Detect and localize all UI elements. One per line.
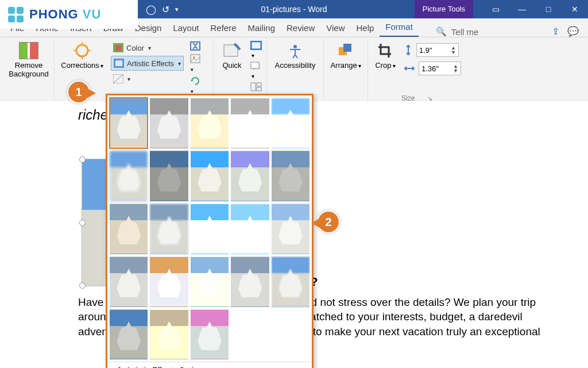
comments-button[interactable]: 💬 bbox=[567, 26, 579, 37]
artistic-effect-thumb[interactable] bbox=[231, 151, 269, 201]
artistic-effect-thumb[interactable] bbox=[191, 151, 229, 201]
svg-rect-16 bbox=[251, 62, 259, 68]
picture-effects-icon[interactable]: ▾ bbox=[250, 62, 262, 80]
accessibility-button[interactable]: Accessibility bbox=[272, 41, 319, 70]
close-icon[interactable]: ✕ bbox=[562, 0, 588, 18]
artistic-effect-thumb[interactable] bbox=[110, 204, 148, 254]
tab-layout[interactable]: Layout bbox=[167, 20, 204, 37]
artistic-effect-thumb[interactable] bbox=[110, 98, 148, 148]
artistic-effect-thumb[interactable] bbox=[272, 204, 310, 254]
tab-view[interactable]: View bbox=[320, 20, 350, 37]
quick-styles-button[interactable]: Quick bbox=[218, 41, 246, 101]
group-arrange: Arrange▾ bbox=[324, 40, 368, 104]
group-size: Crop▾ 1.9"▲▼ 1.36"▲▼ Size ↘ bbox=[368, 40, 466, 104]
artistic-effect-thumb[interactable] bbox=[231, 98, 269, 148]
contextual-tab-label: Picture Tools bbox=[415, 0, 473, 18]
tab-mailings[interactable]: Mailing bbox=[242, 20, 281, 37]
artistic-effect-thumb[interactable] bbox=[110, 256, 148, 307]
svg-point-20 bbox=[293, 45, 297, 48]
crop-button[interactable]: Crop▾ bbox=[373, 41, 398, 70]
tab-format[interactable]: Format bbox=[380, 18, 419, 37]
svg-point-0 bbox=[76, 45, 88, 56]
artistic-effect-thumb[interactable] bbox=[231, 256, 269, 307]
brush-icon: 🖌 bbox=[113, 366, 121, 368]
artistic-effect-thumb[interactable] bbox=[150, 151, 188, 201]
width-icon bbox=[404, 64, 415, 73]
svg-rect-14 bbox=[251, 41, 261, 49]
window-title: 01-pictures - Word bbox=[261, 5, 327, 14]
transparency-button[interactable]: ▾ bbox=[111, 72, 184, 86]
artistic-effects-options[interactable]: 🖌 Artistic Effects Options... bbox=[107, 362, 312, 368]
qat-more-icon[interactable]: ▾ bbox=[175, 6, 179, 13]
picture-border-icon[interactable]: ▾ bbox=[250, 41, 262, 59]
callout-1: 1 bbox=[67, 80, 90, 103]
artistic-effect-thumb[interactable] bbox=[191, 204, 229, 254]
color-button[interactable]: Color▾ bbox=[111, 41, 184, 55]
tab-references[interactable]: Refere bbox=[204, 20, 242, 37]
autosave-toggle[interactable]: ◯ bbox=[146, 4, 156, 15]
artistic-effect-thumb[interactable] bbox=[150, 98, 188, 148]
brand-logo: PHONG VU bbox=[0, 0, 138, 29]
artistic-effect-thumb[interactable] bbox=[150, 309, 188, 360]
svg-rect-19 bbox=[257, 87, 261, 91]
callout-2: 2 bbox=[317, 210, 340, 233]
artistic-effect-thumb[interactable] bbox=[231, 204, 269, 254]
group-remove-bg: Remove Background bbox=[3, 40, 55, 104]
artistic-effect-thumb[interactable] bbox=[110, 309, 148, 360]
artistic-effects-button[interactable]: Artistic Effects▾ bbox=[111, 56, 184, 71]
height-input[interactable]: 1.9"▲▼ bbox=[416, 43, 459, 57]
svg-rect-8 bbox=[115, 60, 122, 66]
artistic-effect-thumb[interactable] bbox=[110, 151, 148, 201]
tell-me-search[interactable]: 🔍 Tell me bbox=[436, 26, 479, 37]
artistic-effect-thumb[interactable] bbox=[150, 256, 188, 307]
search-icon: 🔍 bbox=[436, 26, 447, 37]
artistic-effect-thumb[interactable] bbox=[272, 256, 310, 307]
artistic-effect-thumb[interactable] bbox=[272, 151, 310, 201]
width-input[interactable]: 1.36"▲▼ bbox=[419, 62, 461, 75]
svg-rect-18 bbox=[257, 83, 261, 86]
artistic-effect-thumb[interactable] bbox=[191, 256, 229, 307]
change-picture-icon[interactable]: ▾ bbox=[189, 53, 201, 73]
undo-icon[interactable]: ↺ bbox=[162, 4, 169, 15]
ribbon-display-icon[interactable]: ▭ bbox=[482, 0, 509, 18]
artistic-effect-thumb[interactable] bbox=[191, 309, 229, 360]
tab-review[interactable]: Review bbox=[281, 20, 320, 37]
remove-background-button[interactable]: Remove Background bbox=[8, 41, 49, 79]
svg-rect-6 bbox=[115, 45, 121, 51]
share-button[interactable]: ⇪ bbox=[552, 26, 559, 37]
svg-rect-17 bbox=[251, 83, 256, 91]
artistic-effect-thumb[interactable] bbox=[272, 98, 310, 148]
artistic-effect-thumb[interactable] bbox=[191, 98, 229, 148]
artistic-effects-gallery: 🖌 Artistic Effects Options... bbox=[106, 94, 314, 368]
arrange-button[interactable]: Arrange▾ bbox=[328, 41, 363, 70]
compress-pictures-icon[interactable] bbox=[189, 41, 201, 51]
svg-rect-22 bbox=[343, 44, 351, 52]
artistic-effect-thumb[interactable] bbox=[150, 204, 188, 254]
minimize-icon[interactable]: — bbox=[509, 0, 535, 18]
height-icon bbox=[404, 44, 413, 56]
maximize-icon[interactable]: □ bbox=[535, 0, 562, 18]
reset-picture-icon[interactable]: ▾ bbox=[189, 75, 201, 95]
tab-help[interactable]: Help bbox=[350, 20, 380, 37]
